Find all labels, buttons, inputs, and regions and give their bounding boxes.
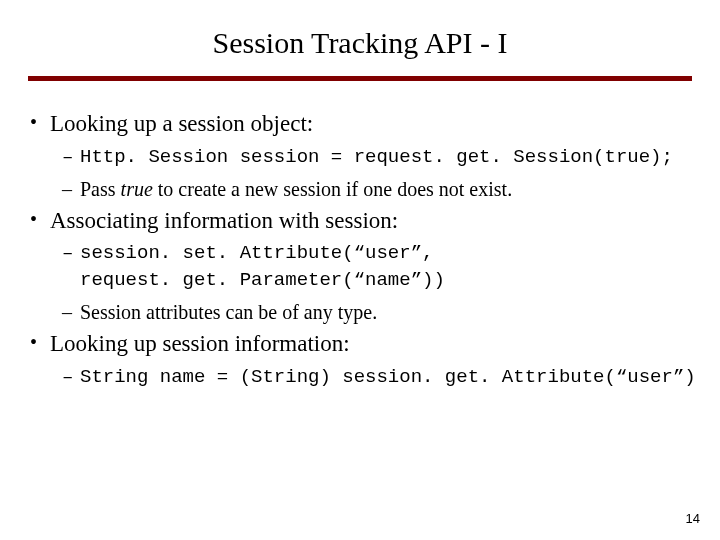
note-pass-true: Pass true to create a new session if one… (24, 176, 696, 202)
note-em: true (121, 178, 153, 200)
note-post: to create a new session if one does not … (153, 178, 512, 200)
slide-title: Session Tracking API - I (0, 0, 720, 60)
slide: Session Tracking API - I Looking up a se… (0, 0, 720, 540)
bullet-associate: Associating information with session: (24, 206, 696, 236)
page-number: 14 (686, 511, 700, 526)
code-set-attribute-2: request. get. Parameter(“name”)) (24, 268, 696, 293)
slide-content: Looking up a session object: Http. Sessi… (24, 109, 696, 389)
note-pre: Pass (80, 178, 121, 200)
title-rule (28, 76, 692, 81)
code-get-session: Http. Session session = request. get. Se… (24, 145, 696, 170)
code-set-attribute-1: session. set. Attribute(“user”, (24, 241, 696, 266)
bullet-lookup-object: Looking up a session object: (24, 109, 696, 139)
code-get-attribute: String name = (String) session. get. Att… (24, 365, 696, 390)
note-any-type: Session attributes can be of any type. (24, 299, 696, 325)
bullet-lookup-info: Looking up session information: (24, 329, 696, 359)
